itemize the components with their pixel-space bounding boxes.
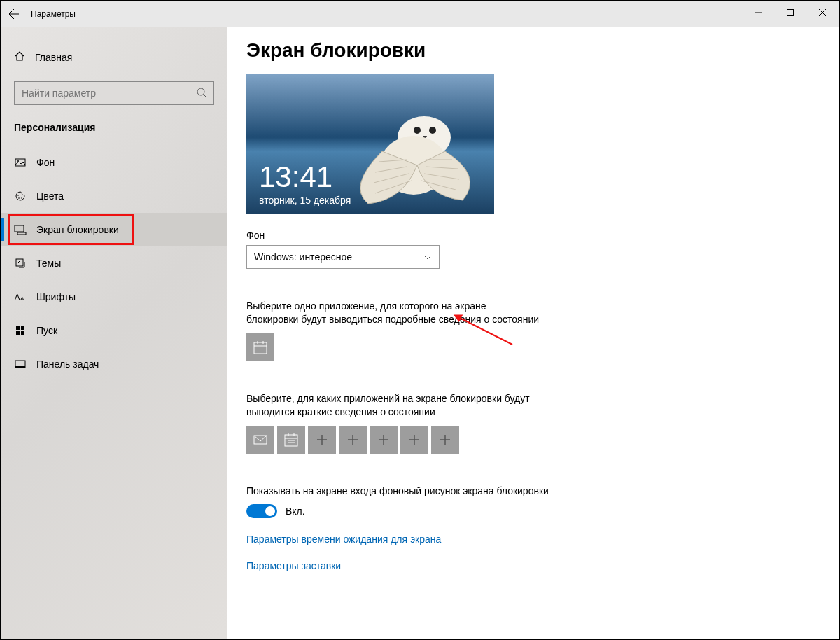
quick-app-tile-mail[interactable] (246, 426, 274, 454)
background-label: Фон (246, 230, 839, 241)
sidebar-item-start[interactable]: Пуск (1, 314, 227, 347)
quick-app-add-3[interactable] (370, 426, 398, 454)
search-input[interactable] (14, 81, 214, 105)
preview-date: вторник, 15 декабря (259, 195, 351, 206)
home-icon (14, 50, 25, 64)
picture-icon (14, 157, 27, 168)
quick-app-add-1[interactable] (308, 426, 336, 454)
lockscreen-preview: 13:41 вторник, 15 декабря (246, 74, 494, 214)
sidebar-item-label: Пуск (36, 325, 57, 336)
svg-rect-32 (254, 342, 267, 354)
signin-bg-toggle[interactable] (246, 504, 277, 518)
search-wrap (14, 81, 214, 105)
svg-rect-19 (15, 366, 25, 368)
quick-app-row (246, 426, 839, 454)
start-icon (14, 325, 27, 336)
palette-icon (14, 190, 27, 202)
svg-line-3 (204, 95, 206, 97)
svg-rect-14 (16, 326, 20, 330)
svg-rect-15 (21, 326, 24, 330)
sidebar: Главная Персонализация Фон Цвета Экран б… (1, 27, 227, 639)
close-button[interactable] (806, 1, 839, 24)
sidebar-item-themes[interactable]: Темы (1, 246, 227, 280)
toggle-label-text: Показывать на экране входа фоновый рисун… (246, 485, 610, 498)
plus-icon (316, 434, 328, 445)
page-title: Экран блокировки (246, 39, 839, 62)
home-button[interactable]: Главная (1, 43, 227, 71)
taskbar-icon (14, 359, 27, 370)
svg-point-7 (18, 197, 20, 199)
svg-point-2 (197, 88, 204, 95)
back-button[interactable] (1, 1, 27, 27)
sidebar-item-label: Шрифты (36, 291, 76, 302)
background-dropdown-value: Windows: интересное (254, 251, 352, 263)
plus-icon (409, 434, 420, 445)
plus-icon (440, 434, 451, 445)
mail-icon (253, 432, 268, 447)
sidebar-item-fonts[interactable]: AA Шрифты (1, 280, 227, 314)
maximize-button[interactable] (774, 1, 806, 24)
quick-app-text: Выберите, для каких приложений на экране… (246, 392, 540, 419)
home-label: Главная (35, 52, 72, 63)
svg-rect-9 (15, 225, 24, 232)
sidebar-item-label: Панель задач (36, 359, 99, 370)
svg-rect-10 (18, 232, 26, 235)
detail-app-text: Выберите одно приложение, для которого н… (246, 300, 540, 326)
lockscreen-icon (14, 224, 27, 235)
app-title: Параметры (31, 9, 76, 19)
svg-point-6 (18, 195, 19, 196)
themes-icon (14, 258, 27, 269)
background-dropdown[interactable]: Windows: интересное (246, 245, 440, 269)
layout: Главная Персонализация Фон Цвета Экран б… (1, 27, 839, 639)
window-controls (742, 1, 839, 24)
link-screen-timeout[interactable]: Параметры времени ожидания для экрана (246, 534, 839, 545)
main-content: Экран блокировки 13:41 вторник, 15 декаб… (227, 27, 839, 639)
svg-point-8 (21, 197, 22, 199)
preview-time: 13:41 (259, 162, 332, 192)
section-title: Персонализация (1, 119, 227, 146)
plus-icon (378, 434, 389, 445)
svg-rect-4 (15, 159, 25, 166)
svg-rect-16 (16, 331, 20, 335)
quick-app-tile-calendar[interactable] (277, 426, 305, 454)
search-icon (196, 87, 207, 101)
svg-point-22 (429, 127, 436, 134)
svg-text:A: A (20, 295, 24, 302)
quick-app-add-5[interactable] (431, 426, 459, 454)
calendar-icon (284, 432, 299, 447)
link-screensaver[interactable]: Параметры заставки (246, 560, 839, 571)
minimize-button[interactable] (742, 1, 774, 24)
sidebar-item-background[interactable]: Фон (1, 146, 227, 179)
calendar-icon (253, 340, 268, 355)
sidebar-item-lockscreen[interactable]: Экран блокировки (1, 213, 227, 246)
titlebar: Параметры (1, 1, 839, 27)
detail-app-tile-calendar[interactable] (246, 333, 274, 361)
svg-text:A: A (15, 293, 20, 301)
sidebar-item-label: Фон (36, 157, 55, 168)
sidebar-item-label: Экран блокировки (36, 224, 119, 235)
owl-image (347, 95, 480, 207)
detail-app-row (246, 333, 839, 361)
svg-rect-1 (788, 10, 794, 16)
chevron-down-icon (424, 253, 432, 264)
arrow-left-icon (8, 8, 20, 20)
svg-rect-17 (21, 331, 24, 335)
svg-rect-11 (16, 259, 23, 266)
toggle-state: Вкл. (286, 506, 305, 517)
toggle-row: Вкл. (246, 504, 839, 518)
fonts-icon: AA (14, 291, 27, 302)
sidebar-item-colors[interactable]: Цвета (1, 179, 227, 213)
sidebar-item-taskbar[interactable]: Панель задач (1, 347, 227, 381)
plus-icon (347, 434, 358, 445)
quick-app-add-2[interactable] (339, 426, 367, 454)
quick-app-add-4[interactable] (400, 426, 428, 454)
svg-point-21 (414, 127, 421, 134)
sidebar-item-label: Цвета (36, 190, 64, 202)
sidebar-item-label: Темы (36, 258, 61, 269)
